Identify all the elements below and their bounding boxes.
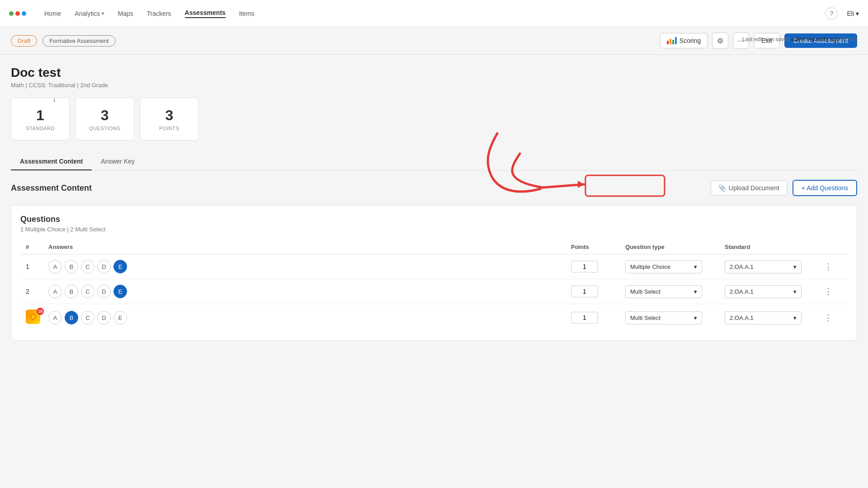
nav-right: ? Eli ▾: [825, 7, 859, 20]
tab-bar: Assessment Content Answer Key: [11, 153, 857, 171]
type-dropdown-row2[interactable]: Multi Select ▾: [625, 285, 702, 298]
answers-row3: A B C D E: [48, 311, 571, 324]
questions-title: Questions: [20, 215, 848, 224]
dropdown-chevron-icon: ▾: [694, 288, 697, 295]
answers-row1: A B C D E: [48, 260, 571, 273]
stat-card-questions: 3 QUESTIONS: [75, 98, 134, 141]
type-dropdown-row1[interactable]: Multiple Choice ▾: [625, 260, 702, 273]
answer-A[interactable]: A: [48, 260, 62, 273]
standard-dropdown-row1[interactable]: 2.OA.A.1 ▾: [725, 260, 802, 273]
answer-D[interactable]: D: [97, 260, 111, 273]
col-type: Question type: [625, 244, 725, 250]
document-title: Doc test: [11, 66, 857, 80]
answer-E-selected[interactable]: E: [113, 285, 127, 298]
stat-label-points: POINTS: [154, 126, 184, 131]
answer-C[interactable]: C: [81, 285, 94, 298]
row3-avatar-icon: 18: [26, 310, 42, 326]
formative-badge[interactable]: Formative Assessment: [42, 35, 116, 47]
stat-num-points: 3: [154, 107, 184, 124]
add-questions-button[interactable]: + Add Questions: [793, 180, 857, 196]
logo-dot-1: [9, 11, 14, 16]
upload-document-button[interactable]: 📎 Upload Document: [711, 180, 787, 196]
nav-maps[interactable]: Maps: [118, 10, 133, 17]
settings-button[interactable]: ⚙: [712, 33, 728, 49]
table-row: 2 A B C D E Multi Select ▾ 2.OA.A.1 ▾ ⋮: [20, 279, 848, 304]
more-options-row2[interactable]: ⋮: [824, 286, 842, 296]
stat-label-standard: STANDARD: [25, 126, 56, 131]
scoring-button[interactable]: Scoring: [660, 33, 708, 48]
user-chevron-icon: ▾: [856, 10, 859, 17]
row-num: 2: [26, 288, 48, 295]
table-row: 18 A B C D E Multi Select ▾ 2.OA.A.1 ▾ ⋮: [20, 304, 848, 331]
points-input-row3[interactable]: [571, 312, 598, 324]
answer-B[interactable]: B: [65, 285, 78, 298]
table-row: 1 A B C D E Multiple Choice ▾ 2.OA.A.1 ▾…: [20, 254, 848, 279]
dropdown-chevron-icon: ▾: [793, 263, 797, 270]
questions-box: Questions 1 Multiple Choice | 2 Multi Se…: [11, 205, 857, 341]
help-button[interactable]: ?: [825, 7, 838, 20]
col-points: Points: [571, 244, 625, 250]
dropdown-chevron-icon: ▾: [694, 263, 697, 270]
answer-B-selected[interactable]: B: [65, 311, 78, 324]
draft-badge[interactable]: Draft: [11, 35, 37, 47]
answer-A[interactable]: A: [48, 285, 62, 298]
points-input-row2[interactable]: [571, 286, 598, 297]
row3-badge: 18: [37, 308, 44, 315]
answer-A[interactable]: A: [48, 311, 62, 324]
diamond-svg: [28, 312, 38, 321]
top-navigation: Home Analytics ▾ Maps Trackers Assessmen…: [0, 0, 868, 27]
col-standard: Standard: [725, 244, 824, 250]
logo-dot-3: [22, 11, 26, 16]
last-edit-text: Last edit was saved a few seconds ago by…: [742, 36, 857, 42]
answer-C[interactable]: C: [81, 311, 94, 324]
nav-home[interactable]: Home: [44, 10, 61, 17]
content-section-title: Assessment Content: [11, 183, 92, 193]
dropdown-chevron-icon: ▾: [793, 314, 797, 321]
answer-C[interactable]: C: [81, 260, 94, 273]
user-menu[interactable]: Eli ▾: [847, 10, 859, 17]
scoring-chart-icon: [667, 37, 677, 44]
row-num: 1: [26, 263, 48, 270]
answer-D[interactable]: D: [97, 285, 111, 298]
gear-icon: ⚙: [717, 37, 723, 45]
more-options-row1[interactable]: ⋮: [824, 262, 842, 272]
answer-D[interactable]: D: [97, 311, 111, 324]
standard-dropdown-row2[interactable]: 2.OA.A.1 ▾: [725, 285, 802, 298]
analytics-chevron-icon: ▾: [102, 11, 104, 16]
standard-dropdown-row3[interactable]: 2.OA.A.1 ▾: [725, 311, 802, 324]
stat-card-standard: ℹ 1 STANDARD: [11, 98, 70, 141]
questions-meta: 1 Multiple Choice | 2 Multi Select: [20, 226, 848, 233]
more-options-row3[interactable]: ⋮: [824, 313, 842, 323]
stat-card-points: 3 POINTS: [140, 98, 198, 141]
document-meta: Math | CCSS: Traditional | 2nd Grade: [11, 82, 857, 89]
table-header: # Answers Points Question type Standard: [20, 240, 848, 254]
main-content: Doc test Math | CCSS: Traditional | 2nd …: [0, 55, 868, 352]
content-header: Assessment Content 📎 Upload Document + A…: [11, 180, 857, 196]
row3-num-area: 18: [26, 310, 48, 326]
stat-label-questions: QUESTIONS: [89, 126, 120, 131]
nav-items[interactable]: Items: [239, 10, 255, 17]
info-icon[interactable]: ℹ: [53, 97, 56, 103]
stat-cards: ℹ 1 STANDARD 3 QUESTIONS 3 POINTS: [11, 98, 857, 141]
toolbar: Draft Formative Assessment Scoring ⚙ ⋯ E…: [0, 27, 868, 55]
logo: [9, 11, 26, 16]
points-input-row1[interactable]: [571, 261, 598, 272]
stat-num-questions: 3: [89, 107, 120, 124]
col-num: #: [26, 244, 48, 250]
answers-row2: A B C D E: [48, 285, 571, 298]
stat-num-standard: 1: [25, 107, 56, 124]
answer-E-selected[interactable]: E: [113, 260, 127, 273]
nav-trackers[interactable]: Trackers: [147, 10, 171, 17]
nav-assessments[interactable]: Assessments: [185, 9, 226, 18]
dropdown-chevron-icon: ▾: [793, 288, 797, 295]
dropdown-chevron-icon: ▾: [694, 314, 697, 321]
nav-analytics[interactable]: Analytics ▾: [75, 10, 104, 17]
content-actions: 📎 Upload Document + Add Questions: [711, 180, 857, 196]
paperclip-icon: 📎: [718, 184, 726, 192]
tab-assessment-content[interactable]: Assessment Content: [11, 153, 92, 170]
type-dropdown-row3[interactable]: Multi Select ▾: [625, 311, 702, 324]
logo-dot-2: [15, 11, 20, 16]
answer-E[interactable]: E: [113, 311, 127, 324]
tab-answer-key[interactable]: Answer Key: [92, 153, 144, 170]
answer-B[interactable]: B: [65, 260, 78, 273]
